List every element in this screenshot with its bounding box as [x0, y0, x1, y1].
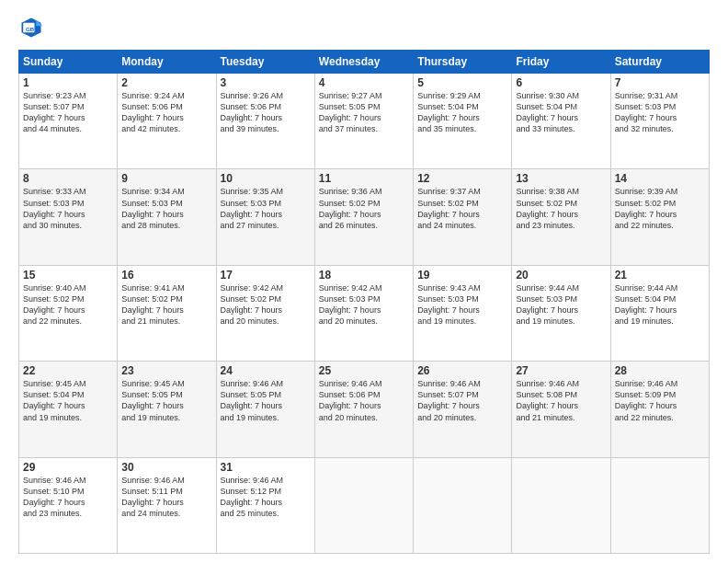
calendar-cell: 13Sunrise: 9:38 AMSunset: 5:02 PMDayligh… [512, 169, 610, 265]
day-info: Sunrise: 9:43 AMSunset: 5:03 PMDaylight:… [417, 283, 481, 326]
day-info: Sunrise: 9:46 AMSunset: 5:06 PMDaylight:… [319, 379, 382, 421]
day-number: 31 [221, 461, 311, 474]
svg-text:GB: GB [26, 26, 35, 32]
day-info: Sunrise: 9:46 AMSunset: 5:09 PMDaylight:… [615, 379, 678, 421]
calendar-cell [512, 457, 610, 553]
weekday-row: SundayMondayTuesdayWednesdayThursdayFrid… [19, 51, 710, 74]
day-number: 13 [516, 172, 606, 185]
calendar-cell: 9Sunrise: 9:34 AMSunset: 5:03 PMDaylight… [118, 169, 216, 265]
calendar-header: SundayMondayTuesdayWednesdayThursdayFrid… [19, 51, 710, 74]
day-number: 21 [615, 269, 705, 282]
calendar-cell: 15Sunrise: 9:40 AMSunset: 5:02 PMDayligh… [19, 265, 118, 361]
day-number: 8 [23, 172, 113, 185]
day-number: 28 [615, 364, 705, 377]
calendar-cell [414, 457, 512, 553]
calendar-cell: 19Sunrise: 9:43 AMSunset: 5:03 PMDayligh… [414, 265, 512, 361]
day-number: 4 [319, 76, 409, 89]
day-info: Sunrise: 9:36 AMSunset: 5:02 PMDaylight:… [319, 187, 382, 229]
logo-icon: GB [18, 15, 44, 40]
day-number: 16 [121, 269, 211, 282]
day-info: Sunrise: 9:37 AMSunset: 5:02 PMDaylight:… [417, 187, 481, 229]
weekday-header-sunday: Sunday [19, 51, 118, 74]
day-info: Sunrise: 9:44 AMSunset: 5:04 PMDaylight:… [615, 283, 678, 326]
weekday-header-saturday: Saturday [610, 51, 709, 74]
weekday-header-monday: Monday [118, 51, 216, 74]
day-info: Sunrise: 9:46 AMSunset: 5:10 PMDaylight:… [23, 476, 86, 518]
day-info: Sunrise: 9:23 AMSunset: 5:07 PMDaylight:… [23, 91, 86, 133]
calendar-page: GB SundayMondayTuesdayWednesdayThursdayF… [0, 0, 728, 563]
day-number: 22 [23, 364, 113, 377]
calendar-cell: 4Sunrise: 9:27 AMSunset: 5:05 PMDaylight… [314, 74, 413, 169]
day-number: 7 [615, 76, 705, 89]
weekday-header-thursday: Thursday [414, 51, 512, 74]
day-number: 23 [121, 364, 211, 377]
calendar-week-2: 8Sunrise: 9:33 AMSunset: 5:03 PMDaylight… [19, 169, 710, 265]
calendar-cell: 7Sunrise: 9:31 AMSunset: 5:03 PMDaylight… [610, 74, 709, 169]
calendar-cell: 5Sunrise: 9:29 AMSunset: 5:04 PMDaylight… [414, 74, 512, 169]
day-info: Sunrise: 9:24 AMSunset: 5:06 PMDaylight:… [121, 91, 185, 133]
day-info: Sunrise: 9:45 AMSunset: 5:05 PMDaylight:… [121, 379, 185, 421]
day-info: Sunrise: 9:40 AMSunset: 5:02 PMDaylight:… [23, 283, 86, 326]
calendar-cell: 16Sunrise: 9:41 AMSunset: 5:02 PMDayligh… [118, 265, 216, 361]
calendar-cell: 21Sunrise: 9:44 AMSunset: 5:04 PMDayligh… [610, 265, 709, 361]
calendar-cell: 6Sunrise: 9:30 AMSunset: 5:04 PMDaylight… [512, 74, 610, 169]
day-number: 19 [417, 269, 507, 282]
weekday-header-tuesday: Tuesday [216, 51, 314, 74]
calendar-cell: 11Sunrise: 9:36 AMSunset: 5:02 PMDayligh… [314, 169, 413, 265]
calendar-cell: 26Sunrise: 9:46 AMSunset: 5:07 PMDayligh… [414, 362, 512, 457]
calendar-cell: 27Sunrise: 9:46 AMSunset: 5:08 PMDayligh… [512, 362, 610, 457]
calendar-cell: 30Sunrise: 9:46 AMSunset: 5:11 PMDayligh… [118, 457, 216, 553]
day-info: Sunrise: 9:31 AMSunset: 5:03 PMDaylight:… [615, 91, 678, 133]
day-number: 27 [516, 364, 606, 377]
day-number: 29 [23, 461, 113, 474]
calendar-cell: 17Sunrise: 9:42 AMSunset: 5:02 PMDayligh… [216, 265, 314, 361]
day-info: Sunrise: 9:26 AMSunset: 5:06 PMDaylight:… [221, 91, 284, 133]
calendar-cell: 1Sunrise: 9:23 AMSunset: 5:07 PMDaylight… [19, 74, 118, 169]
day-number: 12 [417, 172, 507, 185]
day-info: Sunrise: 9:46 AMSunset: 5:08 PMDaylight:… [516, 379, 579, 421]
calendar-cell: 3Sunrise: 9:26 AMSunset: 5:06 PMDaylight… [216, 74, 314, 169]
day-number: 25 [319, 364, 409, 377]
day-number: 3 [221, 76, 311, 89]
calendar-cell: 23Sunrise: 9:45 AMSunset: 5:05 PMDayligh… [118, 362, 216, 457]
day-info: Sunrise: 9:39 AMSunset: 5:02 PMDaylight:… [615, 187, 678, 229]
calendar-cell: 20Sunrise: 9:44 AMSunset: 5:03 PMDayligh… [512, 265, 610, 361]
day-number: 18 [319, 269, 409, 282]
calendar-cell: 29Sunrise: 9:46 AMSunset: 5:10 PMDayligh… [19, 457, 118, 553]
day-info: Sunrise: 9:35 AMSunset: 5:03 PMDaylight:… [221, 187, 284, 229]
page-header: GB [18, 15, 710, 40]
weekday-header-friday: Friday [512, 51, 610, 74]
day-info: Sunrise: 9:29 AMSunset: 5:04 PMDaylight:… [417, 91, 481, 133]
weekday-header-wednesday: Wednesday [314, 51, 413, 74]
day-number: 14 [615, 172, 705, 185]
day-info: Sunrise: 9:44 AMSunset: 5:03 PMDaylight:… [516, 283, 579, 326]
calendar-cell: 10Sunrise: 9:35 AMSunset: 5:03 PMDayligh… [216, 169, 314, 265]
day-info: Sunrise: 9:45 AMSunset: 5:04 PMDaylight:… [23, 379, 86, 421]
calendar-table: SundayMondayTuesdayWednesdayThursdayFrid… [18, 50, 710, 554]
calendar-cell: 8Sunrise: 9:33 AMSunset: 5:03 PMDaylight… [19, 169, 118, 265]
calendar-cell [314, 457, 413, 553]
day-number: 2 [121, 76, 211, 89]
calendar-cell: 12Sunrise: 9:37 AMSunset: 5:02 PMDayligh… [414, 169, 512, 265]
day-number: 10 [221, 172, 311, 185]
day-number: 20 [516, 269, 606, 282]
day-info: Sunrise: 9:46 AMSunset: 5:05 PMDaylight:… [221, 379, 284, 421]
calendar-week-1: 1Sunrise: 9:23 AMSunset: 5:07 PMDaylight… [19, 74, 710, 169]
day-number: 26 [417, 364, 507, 377]
day-number: 30 [121, 461, 211, 474]
day-info: Sunrise: 9:46 AMSunset: 5:07 PMDaylight:… [417, 379, 481, 421]
day-info: Sunrise: 9:41 AMSunset: 5:02 PMDaylight:… [121, 283, 185, 326]
calendar-cell: 25Sunrise: 9:46 AMSunset: 5:06 PMDayligh… [314, 362, 413, 457]
day-number: 5 [417, 76, 507, 89]
day-info: Sunrise: 9:46 AMSunset: 5:12 PMDaylight:… [221, 476, 284, 518]
day-number: 9 [121, 172, 211, 185]
calendar-cell: 24Sunrise: 9:46 AMSunset: 5:05 PMDayligh… [216, 362, 314, 457]
day-info: Sunrise: 9:42 AMSunset: 5:03 PMDaylight:… [319, 283, 382, 326]
calendar-cell: 2Sunrise: 9:24 AMSunset: 5:06 PMDaylight… [118, 74, 216, 169]
calendar-body: 1Sunrise: 9:23 AMSunset: 5:07 PMDaylight… [19, 74, 710, 554]
calendar-week-3: 15Sunrise: 9:40 AMSunset: 5:02 PMDayligh… [19, 265, 710, 361]
day-info: Sunrise: 9:46 AMSunset: 5:11 PMDaylight:… [121, 476, 185, 518]
calendar-week-4: 22Sunrise: 9:45 AMSunset: 5:04 PMDayligh… [19, 362, 710, 457]
calendar-cell [610, 457, 709, 553]
day-number: 6 [516, 76, 606, 89]
